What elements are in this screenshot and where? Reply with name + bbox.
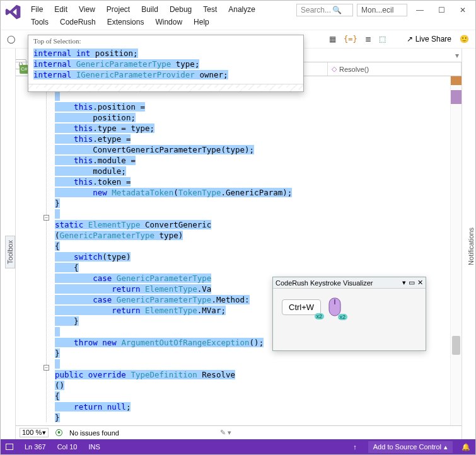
left-dock: Toolbox xyxy=(1,49,16,439)
status-bar: Ln 367 Col 10 INS ↑ Add to Source Contro… xyxy=(1,439,475,454)
status-insert-mode: INS xyxy=(88,443,100,451)
ksv-close-icon[interactable]: ✕ xyxy=(417,279,423,287)
menu-coderush[interactable]: CodeRush xyxy=(55,16,101,28)
status-line: Ln 367 xyxy=(25,443,46,451)
ksv-dropdown-icon[interactable]: ▾ xyxy=(402,279,406,287)
source-control-publish-icon[interactable]: ↑ xyxy=(353,443,357,451)
menu-row-1: File Edit View Project Build Debug Test … xyxy=(26,3,260,16)
menu-tools[interactable]: Tools xyxy=(26,16,54,28)
zoom-dropdown[interactable]: 100 %▾ xyxy=(20,428,49,437)
menu-edit[interactable]: Edit xyxy=(49,3,73,16)
feedback-button[interactable]: 🙂 xyxy=(456,33,473,45)
search-placeholder: Search... xyxy=(301,6,331,14)
issues-ok-icon: ⦿ xyxy=(55,428,63,437)
live-share-label: Live Share xyxy=(415,35,451,43)
ksv-mouse-count: x2 xyxy=(338,314,348,320)
menu-debug[interactable]: Debug xyxy=(165,3,197,16)
menu-file[interactable]: File xyxy=(26,3,48,16)
menu-project[interactable]: Project xyxy=(102,3,135,16)
editor-info-bar: 100 %▾ ⦿ No issues found ✎ ▾ xyxy=(16,425,461,439)
add-source-control-button[interactable]: Add to Source Control▴ xyxy=(368,441,453,453)
status-col: Col 10 xyxy=(57,443,78,451)
ksv-dock-icon[interactable]: ▭ xyxy=(409,279,415,287)
search-icon: 🔍 xyxy=(332,6,342,14)
notifications-bell-icon[interactable]: 🔔 xyxy=(461,443,470,451)
editor: Ge ▾ C# ◇ Resolve() — xyxy=(16,49,461,439)
tooltip-header: Top of Selection: xyxy=(28,35,303,47)
nav-member-dropdown[interactable]: ◇ Resolve() xyxy=(328,62,461,76)
notifications-tab[interactable]: Notifications xyxy=(467,225,475,268)
vs-logo-icon xyxy=(4,3,22,21)
live-share-button[interactable]: ↗ Live Share xyxy=(402,33,456,45)
csharp-icon: C# xyxy=(20,65,28,74)
menu-view[interactable]: View xyxy=(74,3,100,16)
menu-help[interactable]: Help xyxy=(189,16,214,28)
solution-title: Mon...ecil xyxy=(357,4,407,16)
ksv-title: CodeRush Keystroke Visualizer xyxy=(276,279,373,287)
toolbar-glyph-2[interactable]: ≣ xyxy=(361,33,375,45)
menu-analyze[interactable]: Analyze xyxy=(223,3,260,16)
minimize-button[interactable]: — xyxy=(411,3,429,17)
right-dock: Notifications xyxy=(461,49,475,439)
menu-test[interactable]: Test xyxy=(198,3,222,16)
search-input[interactable]: Search... 🔍 xyxy=(296,4,353,16)
live-share-icon: ↗ xyxy=(407,35,413,43)
mouse-icon: x2 xyxy=(327,297,342,316)
method-icon: ◇ xyxy=(332,65,337,73)
status-mode-icon[interactable] xyxy=(6,444,13,450)
issues-label: No issues found xyxy=(69,429,119,437)
title-bar: File Edit View Project Build Debug Test … xyxy=(1,1,475,30)
ksv-key-chip: Ctrl+W x2 xyxy=(282,299,321,315)
toolbar-glyph-1[interactable]: ▦ xyxy=(325,33,340,45)
menu-extensions[interactable]: Extensions xyxy=(102,16,149,28)
tooltip-torn-edge xyxy=(28,84,303,91)
close-button[interactable]: ✕ xyxy=(454,3,472,17)
nav-back-button[interactable]: ◯ xyxy=(3,33,19,45)
code-text: Mixin.CheckModule(module); this.position… xyxy=(16,76,461,425)
toolbar-glyph-3[interactable]: ⬚ xyxy=(375,33,390,45)
selection-tooltip: Top of Selection: internal int position;… xyxy=(28,35,304,92)
menu-row-2: Tools CodeRush Extensions Window Help xyxy=(26,16,260,28)
toolbar-braces-button[interactable]: {=} xyxy=(340,33,361,45)
toolbox-tab[interactable]: Toolbox xyxy=(5,236,15,268)
maximize-button[interactable]: ☐ xyxy=(432,3,450,17)
svg-rect-0 xyxy=(334,299,335,304)
nav-member-label: Resolve() xyxy=(339,66,369,73)
menu-window[interactable]: Window xyxy=(150,16,187,28)
pencil-icon[interactable]: ✎ ▾ xyxy=(220,429,231,437)
main-area: Toolbox Ge ▾ C# ◇ Resolve() — xyxy=(1,49,475,439)
code-viewport[interactable]: — − − Mixin.CheckModule(module); this.po… xyxy=(16,76,461,425)
keystroke-visualizer-panel: CodeRush Keystroke Visualizer ▾ ▭ ✕ Ctrl… xyxy=(272,277,426,351)
tab-overflow-button[interactable]: ▾ xyxy=(453,49,461,62)
menu-build[interactable]: Build xyxy=(136,3,163,16)
ksv-key-count: x2 xyxy=(315,313,325,320)
